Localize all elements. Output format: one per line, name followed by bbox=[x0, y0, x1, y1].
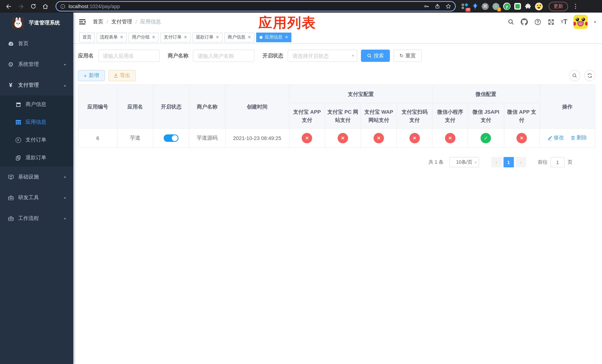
password-key-icon[interactable] bbox=[424, 3, 430, 9]
download-icon bbox=[114, 73, 118, 78]
bookmark-star-icon[interactable] bbox=[445, 3, 451, 9]
site-info-icon[interactable] bbox=[60, 3, 65, 9]
tab-pay-orders[interactable]: 支付订单✕ bbox=[161, 32, 191, 42]
sidebar-item-pay-orders[interactable]: ¥ 支付订单 bbox=[0, 131, 73, 149]
edit-link[interactable]: 修改 bbox=[548, 135, 564, 141]
pencil-icon bbox=[548, 136, 553, 140]
sidebar-collapse-icon[interactable] bbox=[79, 18, 87, 26]
col-alipay-wap: 支付宝 WAP 网站支付 bbox=[361, 103, 397, 128]
export-button[interactable]: 导出 bbox=[108, 70, 136, 81]
close-icon[interactable]: ✕ bbox=[152, 35, 155, 40]
close-icon[interactable]: ✕ bbox=[120, 35, 123, 40]
yen-icon: ¥ bbox=[7, 82, 14, 88]
reload-icon[interactable] bbox=[28, 1, 38, 11]
sidebar-item-label: 退款订单 bbox=[26, 154, 46, 161]
search-button[interactable]: 搜索 bbox=[361, 50, 390, 62]
close-icon[interactable]: ✕ bbox=[184, 35, 187, 40]
extension-blocks-icon[interactable]: 10 bbox=[461, 3, 469, 10]
user-menu-caret-icon[interactable]: ▾ bbox=[594, 20, 596, 24]
store-icon bbox=[15, 101, 22, 107]
enable-switch[interactable] bbox=[164, 134, 179, 142]
sidebar: 芋道管理系统 首页 ⚙ 系统管理 ▾ ¥ 支付管理 ▴ bbox=[0, 13, 73, 364]
tab-flow-form[interactable]: 流程表单✕ bbox=[97, 32, 127, 42]
sidebar-item-workflow[interactable]: 工作流程 ▾ bbox=[0, 208, 73, 229]
fullscreen-icon[interactable] bbox=[547, 18, 554, 25]
col-app-name: 应用名 bbox=[117, 85, 153, 128]
extension-yudao-icon[interactable]: y bbox=[503, 3, 511, 10]
documents-icon bbox=[15, 155, 22, 161]
app-logo[interactable]: 芋道管理系统 bbox=[0, 13, 73, 33]
sidebar-item-label: 首页 bbox=[18, 40, 29, 47]
url-bar[interactable]: localhost:1024/pay/app bbox=[55, 1, 456, 11]
chevron-down-icon: ▾ bbox=[352, 53, 354, 58]
sidebar-item-refund-orders[interactable]: 退款订单 bbox=[0, 149, 73, 167]
sidebar-item-merchant-info[interactable]: 商户信息 bbox=[0, 96, 73, 113]
close-icon[interactable]: ✕ bbox=[285, 35, 288, 40]
url-host: localhost bbox=[68, 3, 88, 9]
reset-button[interactable]: ↻ 重置 bbox=[394, 50, 422, 62]
breadcrumb-home[interactable]: 首页 bbox=[93, 19, 103, 25]
extension-command-icon[interactable]: ⌘ bbox=[482, 3, 489, 10]
font-size-icon[interactable]: TT bbox=[561, 18, 567, 26]
browser-update-button[interactable]: 更新 bbox=[549, 2, 568, 11]
sidebar-item-dev-tools[interactable]: 研发工具 ▾ bbox=[0, 187, 73, 208]
sidebar-item-system[interactable]: ⚙ 系统管理 ▾ bbox=[0, 54, 73, 75]
tab-app-info[interactable]: 应用信息✕ bbox=[256, 32, 291, 42]
merchant-name-input[interactable] bbox=[193, 50, 254, 62]
tags-view-bar: 首页 流程表单✕ 用户分组✕ 支付订单✕ 退款订单✕ 商户信息✕ 应用信息✕ bbox=[73, 31, 602, 44]
sidebar-item-label: 支付管理 bbox=[18, 82, 39, 88]
extension-kite-icon[interactable] bbox=[473, 3, 478, 10]
app-title: 芋道管理系统 bbox=[29, 20, 60, 26]
next-page-button[interactable]: › bbox=[516, 157, 526, 167]
status-select[interactable]: ▾ bbox=[288, 50, 357, 62]
back-icon[interactable] bbox=[4, 1, 14, 11]
cell-app-id: 6 bbox=[78, 128, 117, 148]
forward-icon[interactable] bbox=[16, 1, 26, 11]
tab-merchant-info[interactable]: 商户信息✕ bbox=[224, 32, 254, 42]
tab-home[interactable]: 首页 bbox=[79, 32, 95, 42]
toolbox-icon bbox=[7, 215, 14, 222]
home-icon[interactable] bbox=[40, 1, 50, 11]
chevron-down-icon: ▾ bbox=[64, 63, 66, 66]
page-size-select[interactable]: 10条/页 ▾ bbox=[450, 157, 479, 167]
close-icon[interactable]: ✕ bbox=[216, 35, 219, 40]
merchant-name-label: 商户名称 bbox=[168, 52, 188, 59]
browser-menu-icon[interactable] bbox=[575, 4, 576, 9]
extension-recorder-icon[interactable]: 1 bbox=[492, 3, 499, 10]
sidebar-item-app-info[interactable]: 应用信息 bbox=[0, 113, 73, 131]
refresh-table-button[interactable] bbox=[584, 70, 595, 81]
docs-help-icon[interactable] bbox=[534, 18, 541, 25]
extension-puzzle-icon[interactable] bbox=[525, 3, 531, 10]
col-alipay-pc: 支付宝 PC 网站支付 bbox=[325, 103, 361, 128]
share-icon[interactable] bbox=[435, 3, 440, 9]
add-button[interactable]: + 新增 bbox=[78, 70, 105, 81]
search-form: 应用名 商户名称 开启状态 ▾ 搜索 bbox=[78, 50, 595, 62]
app-name-input[interactable] bbox=[98, 50, 160, 62]
trash-icon bbox=[571, 136, 576, 140]
toggle-search-button[interactable] bbox=[569, 70, 580, 81]
delete-link[interactable]: 删除 bbox=[571, 135, 587, 141]
sidebar-item-infrastructure[interactable]: 基础设施 ▾ bbox=[0, 167, 73, 187]
status-cross-icon bbox=[374, 133, 384, 143]
user-avatar[interactable] bbox=[574, 15, 588, 29]
app-main: 应用名 商户名称 开启状态 ▾ 搜索 bbox=[73, 44, 602, 364]
breadcrumb-payment[interactable]: 支付管理 bbox=[111, 19, 132, 25]
col-wx-mini: 微信小程序支付 bbox=[432, 103, 468, 128]
extension-notes-icon[interactable] bbox=[514, 3, 521, 10]
tab-user-group[interactable]: 用户分组✕ bbox=[129, 32, 159, 42]
sidebar-item-home[interactable]: 首页 bbox=[0, 33, 73, 54]
status-select-input[interactable] bbox=[288, 50, 357, 62]
payment-submenu: 商户信息 应用信息 ¥ 支付订单 退款订单 bbox=[0, 96, 73, 167]
goto-label: 前往 bbox=[538, 159, 548, 166]
tab-refund-orders[interactable]: 退款订单✕ bbox=[192, 32, 222, 42]
close-icon[interactable]: ✕ bbox=[248, 35, 251, 40]
prev-page-button[interactable]: ‹ bbox=[491, 157, 502, 167]
github-icon[interactable] bbox=[520, 18, 528, 26]
profile-avatar-icon[interactable] bbox=[535, 2, 543, 10]
chevron-down-icon: ▾ bbox=[64, 175, 66, 179]
table-toolbar: + 新增 导出 bbox=[78, 70, 595, 81]
sidebar-item-payment[interactable]: ¥ 支付管理 ▴ bbox=[0, 75, 73, 96]
goto-page-input[interactable] bbox=[550, 157, 565, 167]
header-search-icon[interactable] bbox=[507, 19, 514, 25]
page-number-button[interactable]: 1 bbox=[503, 157, 514, 167]
